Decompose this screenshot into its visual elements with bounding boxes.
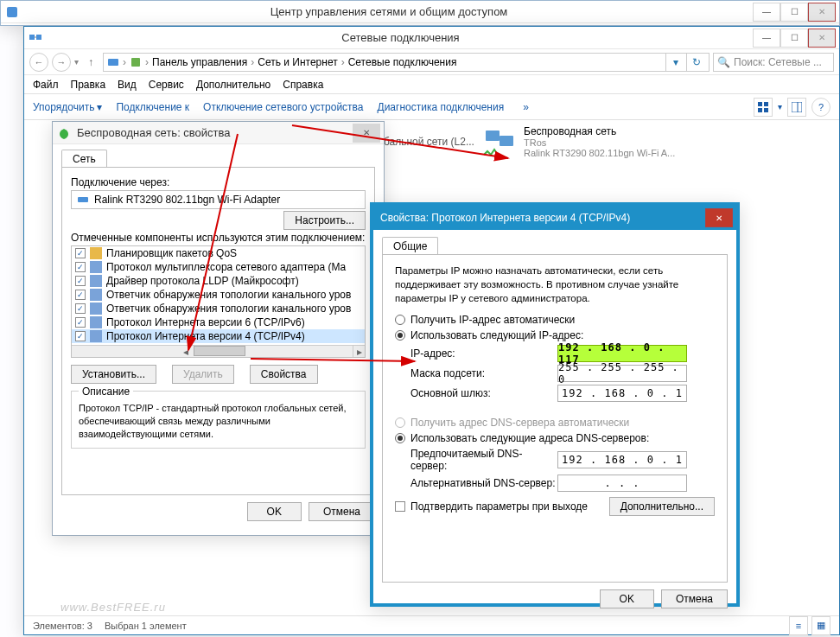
- ip-manual-radio[interactable]: Использовать следующий IP-адрес:: [395, 329, 715, 341]
- svg-rect-8: [758, 108, 762, 112]
- breadcrumb-item[interactable]: Сеть и Интернет: [258, 56, 337, 68]
- svg-rect-13: [500, 136, 513, 146]
- dns1-label: Предпочитаемый DNS-сервер:: [410, 448, 557, 472]
- svg-rect-0: [7, 7, 17, 17]
- address-bar-row: ← → ▾ ↑ › › Панель управления › Сеть и И…: [24, 49, 839, 75]
- dialog-title: Свойства: Протокол Интернета версии 4 (T…: [377, 212, 705, 224]
- horizontal-scrollbar[interactable]: ◂▸: [72, 345, 365, 357]
- breadcrumb-item[interactable]: Панель управления: [152, 56, 247, 68]
- menu-bar: Файл Правка Вид Сервис Дополнительно Спр…: [24, 75, 839, 94]
- close-button[interactable]: ✕: [808, 29, 836, 48]
- gateway-field[interactable]: 192 . 168 . 0 . 1: [557, 385, 687, 402]
- selection-count: Выбран 1 элемент: [105, 621, 187, 631]
- svg-rect-1: [29, 35, 35, 40]
- intro-text: Параметры IP можно назначать автоматичес…: [395, 264, 715, 305]
- ip-address-field[interactable]: 192 . 168 . 0 . 117: [557, 345, 687, 362]
- connection-icon: [482, 125, 517, 160]
- organize-button[interactable]: Упорядочить ▾: [33, 101, 102, 113]
- tab-network[interactable]: Сеть: [61, 150, 107, 168]
- description-title: Описание: [79, 385, 133, 398]
- wireless-connection-item[interactable]: Беспроводная сеть TRos Ralink RT3290 802…: [482, 125, 776, 160]
- svg-rect-17: [90, 275, 102, 287]
- connection-name: Беспроводная сеть: [524, 125, 675, 137]
- ok-button[interactable]: OK: [247, 502, 302, 521]
- subnet-mask-field[interactable]: 255 . 255 . 255 . 0: [557, 365, 687, 382]
- window-title: Центр управления сетями и общим доступом: [25, 5, 753, 18]
- ip-label: IP-адрес:: [410, 347, 557, 360]
- svg-rect-21: [90, 330, 102, 342]
- history-dropdown[interactable]: ▾: [74, 57, 79, 67]
- status-bar: Элементов: 3 Выбран 1 элемент ≡ ▦: [24, 615, 839, 634]
- view-dropdown[interactable]: ▾: [778, 102, 782, 111]
- menu-extra[interactable]: Дополнительно: [196, 79, 270, 91]
- connect-via-label: Подключение через:: [71, 176, 366, 188]
- up-button[interactable]: ↑: [82, 54, 99, 71]
- app-icon: [28, 30, 43, 46]
- advanced-button[interactable]: Дополнительно...: [609, 497, 715, 516]
- details-view-button[interactable]: ≡: [789, 616, 808, 635]
- refresh-button[interactable]: ↻: [686, 53, 705, 72]
- command-bar: Упорядочить ▾ Подключение к Отключение с…: [24, 94, 839, 120]
- adapter-name: Ralink RT3290 802.11bgn Wi-Fi Adapter: [94, 194, 280, 206]
- item-count: Элементов: 3: [33, 621, 92, 631]
- dns2-field[interactable]: . . .: [557, 475, 687, 492]
- back-button[interactable]: ←: [29, 53, 48, 72]
- network-center-window: Центр управления сетями и общим доступом…: [0, 0, 840, 26]
- svg-rect-2: [36, 35, 41, 40]
- maximize-button[interactable]: ☐: [780, 29, 808, 48]
- help-button[interactable]: ?: [811, 98, 830, 117]
- properties-button[interactable]: Свойства: [250, 365, 318, 384]
- ip-auto-radio[interactable]: Получить IP-адрес автоматически: [395, 314, 715, 326]
- connection-adapter: Ralink RT3290 802.11bgn Wi-Fi A...: [524, 148, 675, 158]
- close-button[interactable]: ✕: [808, 3, 836, 22]
- remove-button: Удалить: [172, 365, 234, 384]
- large-icons-button[interactable]: ▦: [811, 616, 830, 635]
- preview-pane-button[interactable]: [787, 98, 806, 117]
- breadcrumb[interactable]: › › Панель управления › Сеть и Интернет …: [103, 53, 710, 72]
- dns2-label: Альтернативный DNS-сервер:: [410, 477, 557, 489]
- close-button[interactable]: ✕: [353, 124, 380, 143]
- ok-button[interactable]: OK: [600, 589, 654, 608]
- app-icon: [4, 4, 20, 20]
- window-title: Сетевые подключения: [48, 31, 753, 44]
- search-input[interactable]: 🔍 Поиск: Сетевые ...: [713, 53, 834, 72]
- forward-button[interactable]: →: [52, 53, 71, 72]
- diagnose-button[interactable]: Диагностика подключения: [378, 101, 505, 113]
- breadcrumb-item[interactable]: Сетевые подключения: [348, 56, 457, 68]
- svg-rect-20: [90, 316, 102, 328]
- validate-checkbox[interactable]: Подтвердить параметры при выходе: [395, 500, 588, 513]
- cancel-button[interactable]: Отмена: [661, 589, 728, 608]
- connect-button[interactable]: Подключение к: [116, 101, 189, 113]
- svg-rect-7: [764, 102, 768, 106]
- svg-rect-10: [792, 102, 802, 112]
- svg-rect-15: [90, 247, 102, 259]
- components-label: Отмеченные компоненты используются этим …: [71, 232, 366, 244]
- dialog-icon: [56, 125, 72, 141]
- maximize-button[interactable]: ☐: [780, 3, 808, 22]
- minimize-button[interactable]: —: [753, 3, 780, 22]
- tab-general[interactable]: Общие: [382, 237, 438, 255]
- menu-help[interactable]: Справка: [283, 79, 323, 91]
- configure-button[interactable]: Настроить...: [283, 211, 366, 230]
- components-list[interactable]: ✓Планировщик пакетов QoS ✓Протокол мульт…: [71, 245, 366, 358]
- svg-rect-14: [78, 197, 88, 202]
- view-tiles-button[interactable]: [754, 98, 773, 117]
- svg-rect-4: [108, 59, 118, 66]
- dialog-title: Беспроводная сеть: свойства: [77, 126, 353, 139]
- overflow-chevron[interactable]: »: [523, 101, 529, 113]
- minimize-button[interactable]: —: [753, 29, 780, 48]
- menu-edit[interactable]: Правка: [71, 79, 106, 91]
- address-dropdown[interactable]: ▾: [665, 53, 684, 72]
- wireless-properties-dialog: Беспроводная сеть: свойства ✕ Сеть Подкл…: [52, 121, 385, 536]
- dns1-field[interactable]: 192 . 168 . 0 . 1: [557, 451, 687, 468]
- cancel-button[interactable]: Отмена: [309, 502, 375, 521]
- mask-label: Маска подсети:: [410, 367, 557, 379]
- connection-network: TRos: [524, 137, 675, 148]
- menu-view[interactable]: Вид: [118, 79, 137, 91]
- menu-file[interactable]: Файл: [33, 79, 59, 91]
- install-button[interactable]: Установить...: [71, 365, 156, 384]
- disable-device-button[interactable]: Отключение сетевого устройства: [203, 101, 363, 113]
- close-button[interactable]: ✕: [705, 208, 733, 227]
- dns-manual-radio[interactable]: Использовать следующие адреса DNS-сервер…: [395, 432, 715, 444]
- menu-service[interactable]: Сервис: [149, 79, 184, 91]
